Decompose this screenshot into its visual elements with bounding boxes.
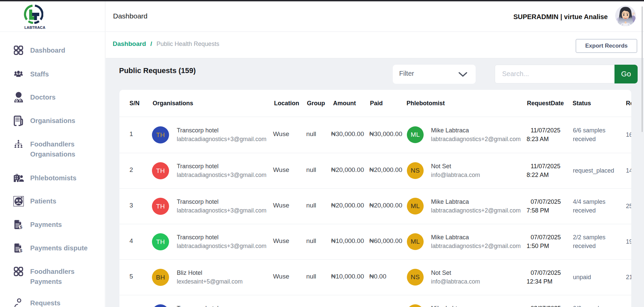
svg-text:$: $ bbox=[20, 225, 22, 229]
svg-text:$: $ bbox=[20, 248, 22, 253]
